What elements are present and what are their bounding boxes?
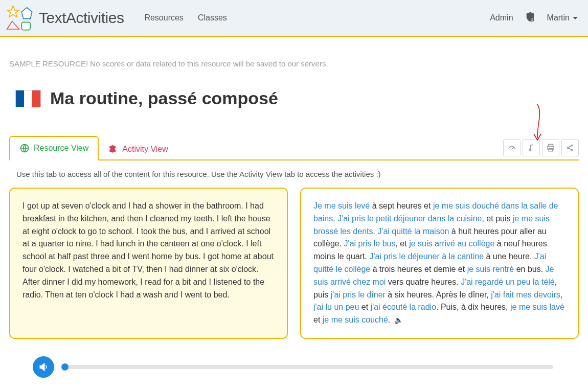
brand-name: TextActivities (39, 9, 124, 27)
speaker-icon (38, 362, 49, 372)
tabs-row: Resource View Activity View (9, 134, 579, 160)
user-menu[interactable]: Martin (547, 13, 578, 22)
highlighted-phrase[interactable]: J'ai pris le déjeuner à la cantine (369, 252, 484, 261)
brand-logo[interactable]: TextActivities (6, 4, 124, 32)
highlighted-phrase[interactable]: Je me suis levé (313, 201, 370, 210)
highlighted-phrase[interactable]: je suis arrivé au collège (409, 239, 494, 248)
highlighted-phrase[interactable]: je me suis lavé (510, 303, 564, 311)
svg-point-5 (531, 18, 532, 19)
share-icon (566, 143, 575, 152)
svg-marker-2 (7, 21, 19, 29)
highlighted-phrase[interactable]: j'ai écouté la radio (371, 303, 436, 311)
highlighted-phrase[interactable]: J'ai pris le bus (344, 239, 396, 248)
gauge-icon (507, 143, 516, 152)
tab-activity-view[interactable]: Activity View (99, 138, 177, 160)
svg-rect-3 (21, 22, 30, 30)
print-button[interactable] (542, 139, 559, 156)
speed-button[interactable] (503, 139, 521, 156)
highlighted-phrase[interactable]: je suis rentré (467, 265, 514, 273)
tab-resource-view[interactable]: Resource View (9, 136, 99, 160)
header-right: Admin Martin (490, 11, 578, 25)
nav-resources[interactable]: Resources (144, 13, 183, 22)
svg-marker-1 (21, 8, 32, 19)
audio-track[interactable] (63, 365, 553, 369)
svg-marker-0 (7, 6, 19, 17)
tab-activity-label: Activity View (122, 145, 168, 154)
toolbar (503, 139, 579, 156)
sample-notice: SAMPLE RESOURCE! No scores or data relat… (9, 59, 579, 68)
user-name: Martin (547, 13, 570, 22)
logo-icon (6, 4, 34, 32)
highlighted-phrase[interactable]: J'ai quitté la maison (377, 227, 449, 236)
share-button[interactable] (561, 139, 579, 156)
puzzle-icon (108, 144, 118, 154)
page-title: Ma routine, passé composé (50, 88, 278, 108)
music-note-icon (527, 143, 536, 152)
nav-links: Resources Classes (144, 13, 227, 22)
highlighted-phrase[interactable]: j'ai pris le dîner (331, 290, 386, 299)
chevron-down-icon (573, 17, 578, 19)
highlighted-phrase[interactable]: j'ai fait mes devoirs (491, 290, 560, 299)
admin-link[interactable]: Admin (490, 13, 513, 22)
audio-player (9, 356, 579, 378)
audio-thumb[interactable] (61, 363, 69, 371)
audio-button[interactable] (523, 139, 540, 156)
print-icon (546, 143, 555, 152)
highlighted-phrase[interactable]: J'ai pris le petit déjeuner dans la cuis… (337, 214, 482, 223)
top-header: TextActivities Resources Classes Admin M… (0, 0, 588, 37)
french-panel: Je me suis levé à sept heures et je me s… (300, 188, 579, 339)
flag-icon (15, 90, 41, 107)
highlighted-phrase[interactable]: j'ai lu un peu (313, 303, 359, 311)
highlighted-phrase[interactable]: je me suis couché (323, 315, 388, 324)
highlighted-phrase[interactable]: J'ai regardé un peu la télé (461, 278, 555, 286)
shield-icon[interactable] (525, 11, 536, 25)
tab-resource-label: Resource View (34, 144, 88, 153)
english-panel: I got up at seven o'clock and I had a sh… (9, 188, 288, 339)
globe-icon (19, 143, 30, 153)
helper-text: Use this tab to access all of the conten… (16, 170, 579, 178)
svg-point-4 (530, 18, 534, 21)
play-button[interactable] (33, 356, 54, 378)
annotation-arrow-icon (525, 102, 550, 143)
title-row: Ma routine, passé composé (15, 88, 579, 108)
inline-speaker-icon[interactable]: 🔈 (392, 316, 403, 324)
nav-classes[interactable]: Classes (198, 13, 227, 22)
